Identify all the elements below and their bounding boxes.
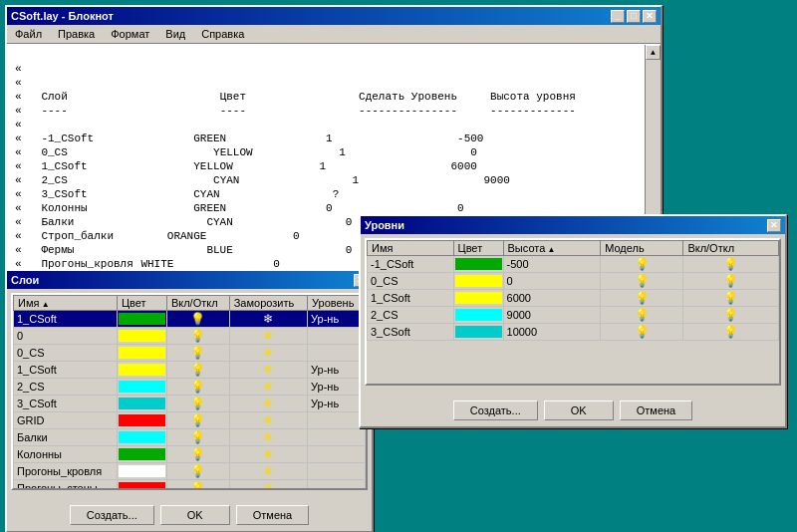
level-model[interactable]: 💡 xyxy=(601,290,683,307)
col-color[interactable]: Цвет xyxy=(117,296,166,311)
layer-frozen[interactable]: ❄ xyxy=(229,480,307,491)
level-model[interactable]: 💡 xyxy=(601,324,683,341)
level-row[interactable]: 2_CS 9000 💡 💡 xyxy=(368,307,779,324)
layer-row[interactable]: 1_CSoft 💡 ❄ Ур-нь xyxy=(14,311,366,328)
layer-name: Прогоны_стены xyxy=(14,480,118,491)
col-height[interactable]: Высота xyxy=(503,241,601,256)
level-row[interactable]: -1_CSoft -500 💡 💡 xyxy=(368,256,779,273)
col-onoff[interactable]: Вкл/Откл xyxy=(683,241,779,256)
col-name[interactable]: Имя xyxy=(368,241,454,256)
level-height: -500 xyxy=(503,256,601,273)
levels-cancel-button[interactable]: Отмена xyxy=(620,400,692,420)
notepad-title: CSoft.lay - Блокнот xyxy=(11,10,114,22)
level-on[interactable]: 💡 xyxy=(683,290,779,307)
layer-on[interactable]: 💡 xyxy=(166,328,229,345)
content-line: « xyxy=(15,63,22,75)
layer-row[interactable]: Прогоны_кровля 💡 ❄ xyxy=(14,463,366,480)
menu-file[interactable]: Файл xyxy=(11,27,46,41)
layer-row[interactable]: Балки 💡 ❄ xyxy=(14,429,366,446)
layer-row[interactable]: 1_CSoft 💡 ❄ Ур-нь xyxy=(14,362,366,379)
layer-name: 1_CSoft xyxy=(14,362,118,379)
layer-frozen[interactable]: ❄ xyxy=(229,412,307,429)
menu-help[interactable]: Справка xyxy=(197,27,248,41)
layers-buttons: Создать... OK Отмена xyxy=(7,505,372,525)
layers-ok-button[interactable]: OK xyxy=(160,505,230,525)
layer-row[interactable]: GRID 💡 ❄ xyxy=(14,412,366,429)
scroll-up-button[interactable]: ▲ xyxy=(646,45,661,60)
layer-frozen[interactable]: ❄ xyxy=(229,328,307,345)
layer-frozen[interactable]: ❄ xyxy=(229,345,307,362)
level-model[interactable]: 💡 xyxy=(601,273,683,290)
layer-frozen[interactable]: ❄ xyxy=(229,379,307,396)
layers-create-button[interactable]: Создать... xyxy=(70,505,154,525)
level-name: 1_CSoft xyxy=(368,290,454,307)
layer-frozen[interactable]: ❄ xyxy=(229,446,307,463)
layer-row[interactable]: 2_CS 💡 ❄ Ур-нь xyxy=(14,379,366,396)
col-name[interactable]: Имя xyxy=(14,296,118,311)
notepad-window-controls: _ □ ✕ xyxy=(611,10,657,23)
layer-color xyxy=(117,396,166,412)
menu-edit[interactable]: Правка xyxy=(54,27,99,41)
layer-frozen[interactable]: ❄ xyxy=(229,396,307,412)
level-model[interactable]: 💡 xyxy=(601,307,683,324)
level-height: 6000 xyxy=(503,290,601,307)
layer-on[interactable]: 💡 xyxy=(166,463,229,480)
levels-ok-button[interactable]: OK xyxy=(544,400,614,420)
layer-row[interactable]: Прогоны_стены 💡 ❄ xyxy=(14,480,366,491)
level-model[interactable]: 💡 xyxy=(601,256,683,273)
layer-on[interactable]: 💡 xyxy=(166,429,229,446)
layer-on[interactable]: 💡 xyxy=(166,412,229,429)
layer-level xyxy=(308,446,366,463)
content-line: « 3_CSoft CYAN ? xyxy=(15,188,464,200)
minimize-button[interactable]: _ xyxy=(611,10,625,23)
layer-frozen[interactable]: ❄ xyxy=(229,463,307,480)
level-height: 10000 xyxy=(503,324,601,341)
layer-on[interactable]: 💡 xyxy=(166,379,229,396)
col-color[interactable]: Цвет xyxy=(453,241,503,256)
layer-row[interactable]: Колонны 💡 ❄ xyxy=(14,446,366,463)
content-line: « xyxy=(15,77,22,89)
layer-on[interactable]: 💡 xyxy=(166,480,229,491)
content-line: « -1_CSoft GREEN 1 -500 xyxy=(15,133,483,144)
level-row[interactable]: 0_CS 0 💡 💡 xyxy=(368,273,779,290)
layer-row[interactable]: 0 💡 ❄ xyxy=(14,328,366,345)
layer-frozen[interactable]: ❄ xyxy=(229,362,307,379)
level-name: 0_CS xyxy=(368,273,454,290)
col-level[interactable]: Уровень xyxy=(308,296,366,311)
levels-create-button[interactable]: Создать... xyxy=(453,400,538,420)
layer-on[interactable]: 💡 xyxy=(166,362,229,379)
level-on[interactable]: 💡 xyxy=(683,273,779,290)
layer-row[interactable]: 3_CSoft 💡 ❄ Ур-нь xyxy=(14,396,366,412)
layers-title: Слои xyxy=(11,274,39,286)
level-on[interactable]: 💡 xyxy=(683,307,779,324)
layer-name: 1_CSoft xyxy=(14,311,118,328)
maximize-button[interactable]: □ xyxy=(627,10,641,23)
layer-on[interactable]: 💡 xyxy=(166,446,229,463)
menu-view[interactable]: Вид xyxy=(161,27,189,41)
layer-row[interactable]: 0_CS 💡 ❄ xyxy=(14,345,366,362)
col-onoff[interactable]: Вкл/Откл xyxy=(166,296,229,311)
col-freeze[interactable]: Заморозить xyxy=(229,296,307,311)
level-color xyxy=(453,324,503,341)
col-model[interactable]: Модель xyxy=(601,241,683,256)
close-button[interactable]: ✕ xyxy=(643,10,657,23)
levels-content: Имя Цвет Высота Модель Вкл/Откл -1_CSoft… xyxy=(361,234,785,390)
level-row[interactable]: 3_CSoft 10000 💡 💡 xyxy=(368,324,779,341)
layers-cancel-button[interactable]: Отмена xyxy=(236,505,309,525)
layers-table-wrapper: Имя Цвет Вкл/Откл Заморозить Уровень 1_C… xyxy=(11,293,368,490)
content-line: « ---- ---- --------------- ------------… xyxy=(15,105,576,117)
level-on[interactable]: 💡 xyxy=(683,256,779,273)
layer-level: Ур-нь xyxy=(308,311,366,328)
levels-close-button[interactable]: ✕ xyxy=(767,219,781,232)
level-on[interactable]: 💡 xyxy=(683,324,779,341)
layer-on[interactable]: 💡 xyxy=(166,396,229,412)
menu-format[interactable]: Формат xyxy=(107,27,153,41)
layer-on[interactable]: 💡 xyxy=(166,345,229,362)
levels-title: Уровни xyxy=(365,219,404,231)
layer-frozen[interactable]: ❄ xyxy=(229,311,307,328)
level-row[interactable]: 1_CSoft 6000 💡 💡 xyxy=(368,290,779,307)
layer-on[interactable]: 💡 xyxy=(166,311,229,328)
layer-frozen[interactable]: ❄ xyxy=(229,429,307,446)
layer-color xyxy=(117,311,166,328)
layer-color xyxy=(117,446,166,463)
